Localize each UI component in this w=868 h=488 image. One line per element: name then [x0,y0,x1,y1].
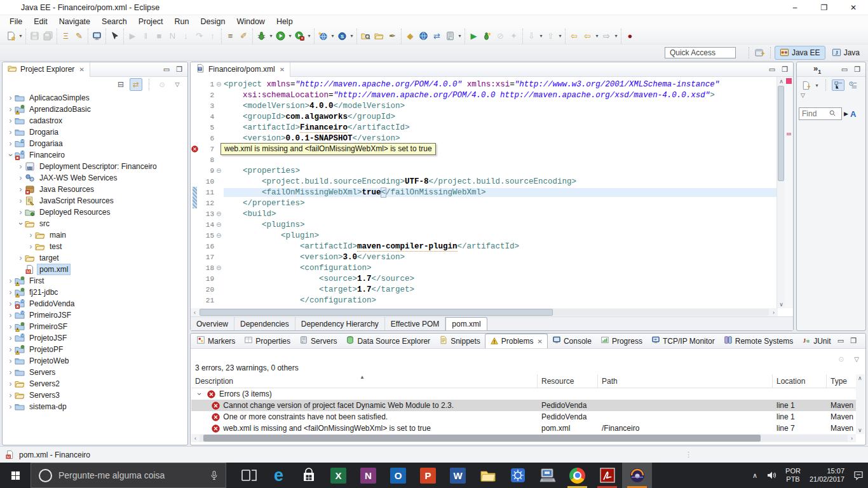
servers-dropdown-icon[interactable]: ▾ [457,33,463,39]
minimize-view-button[interactable]: ▭ [769,65,775,74]
menu-search[interactable]: Search [96,16,133,27]
tree-item-projetoweb[interactable]: ›ProjetoWeb [3,355,187,367]
letter-a-button[interactable]: A [850,109,856,119]
forward-icon[interactable]: ⇨ [600,29,613,43]
taskbar-eclipse[interactable] [622,463,652,488]
scroll-right-icon[interactable]: › [848,435,856,442]
tree-item-javascript-resources[interactable]: ›JavaScript Resources [3,195,187,207]
tree-item-jax-ws-web-services[interactable]: ›JAX-WS Web Services [3,172,187,184]
expander-icon[interactable]: › [6,116,15,125]
column-header-path[interactable]: Path [598,374,773,388]
editor-page-tab-dependency-hierarchy[interactable]: Dependency Hierarchy [295,317,385,330]
suspend-icon[interactable]: ✦ [507,29,520,43]
taskbar-onenote[interactable]: N [353,463,383,488]
expander-icon[interactable]: › [6,128,15,137]
view-tab-markers[interactable]: Markers [192,334,240,348]
web-service-dropdown-icon[interactable]: ▾ [349,33,355,39]
new-web-wizard-dropdown-icon[interactable]: ▾ [330,33,336,39]
microphone-icon[interactable] [209,470,219,480]
scrollbar-thumb[interactable] [778,86,784,181]
scroll-down-icon[interactable]: ∨ [858,427,862,433]
expander-icon[interactable]: › [6,151,15,159]
terminate-gray-icon[interactable]: ⊘ [494,29,507,43]
tree-item-financeiro[interactable]: ›MFinanceiro [3,149,187,161]
fold-minus-icon[interactable]: ⊖ [215,221,224,228]
step-over-icon[interactable]: ↷ [193,29,206,43]
view-tab-data-source-explorer[interactable]: Data Source Explorer [341,334,435,348]
save-icon[interactable] [28,29,41,43]
menu-file[interactable]: File [4,16,28,27]
collapse-all-button[interactable]: ⊟ [114,78,127,91]
oomph-recorder-icon[interactable]: ● [623,29,637,43]
expander-icon[interactable]: › [6,322,15,331]
expander-icon[interactable]: › [17,220,25,228]
editor-page-tab-dependencies[interactable]: Dependencies [234,317,295,330]
tree-item-primeirojsf[interactable]: ›MPrimeiroJSF [3,309,187,321]
view-tab-servers[interactable]: Servers [295,334,341,348]
filter-icon[interactable]: ⊙ [834,353,848,366]
minimize-view-button[interactable]: ▭ [163,65,170,74]
language-indicator[interactable]: PORPTB [781,463,805,488]
scrollbar-thumb[interactable] [203,435,761,442]
expander-icon[interactable]: › [27,231,35,240]
clock[interactable]: 15:0721/02/2017 [805,463,849,488]
view-tab-snippets[interactable]: Snippets [435,334,485,348]
tree-item-drogariaa[interactable]: ›MDrogariaa [3,138,187,149]
expander-icon[interactable]: › [6,379,15,388]
problem-row-3[interactable]: web.xml is missing and <failOnMissingWeb… [191,423,857,434]
perspective-java-ee[interactable]: Java EE [775,46,825,60]
expander-icon[interactable]: › [17,208,25,217]
tree-item-deployment-descriptor-financeiro[interactable]: ›3.0Deployment Descriptor: Financeiro [3,161,187,172]
taskbar-powerpoint[interactable]: P [413,463,443,488]
expander-icon[interactable]: › [6,345,15,354]
taskbar-task-view[interactable] [234,463,264,488]
tree-item-aprendizadobasic[interactable]: ›AprendizadoBasic [3,104,187,115]
menu-run[interactable]: Run [169,16,195,27]
pause-icon[interactable]: ‖ [139,29,153,43]
view-menu-button[interactable]: ▽ [797,91,865,98]
run-icon[interactable] [274,29,287,43]
scroll-left-icon[interactable]: ‹ [191,309,199,316]
expander-icon[interactable]: › [195,390,204,398]
taskbar-blue-app[interactable] [503,463,532,488]
view-tab-problems[interactable]: Problems✕ [485,334,548,348]
column-header-resource[interactable]: Resource [538,374,598,388]
expander-icon[interactable]: › [6,139,15,148]
menu-design[interactable]: Design [195,16,231,27]
scroll-up-icon[interactable]: ∧ [858,375,862,381]
fold-minus-icon[interactable]: ⊖ [215,232,224,239]
expand-arrow-icon[interactable]: ▶ [844,111,848,117]
view-stack-label[interactable]: »1 [797,64,821,75]
forward-dropdown-icon[interactable]: ▾ [613,33,619,39]
prev-annotation-icon[interactable]: ⇧ [544,29,557,43]
element-icon[interactable]: ◆ [403,29,417,43]
last-edit-location-icon[interactable]: ⇦ [567,29,581,43]
focus-task-icon[interactable]: ⊙ [156,78,168,91]
taskbar-outlook[interactable]: O [383,463,413,488]
expander-icon[interactable]: › [6,391,15,400]
minimize-button[interactable]: – [780,0,810,15]
run-secure-icon[interactable] [293,29,306,43]
fold-minus-icon[interactable]: ⊖ [215,81,224,88]
menu-navigate[interactable]: Navigate [53,16,96,27]
taskbar-edge[interactable]: e [264,463,294,488]
editor-page-tab-effective-pom[interactable]: Effective POM [385,317,445,330]
expander-icon[interactable]: › [27,242,35,251]
import-archive-icon[interactable]: Ξ [59,29,72,43]
code-editor[interactable]: 1⊖<project xmlns="http://maven.apache.or… [191,77,793,308]
web-service-icon[interactable]: S [336,29,349,43]
editor-horizontal-scrollbar[interactable]: ‹ › [191,308,778,316]
maximize-button[interactable]: ❐ [810,0,839,15]
cortana-search[interactable]: Pergunte-me alguma coisa [31,463,226,488]
overview-ruler[interactable] [785,77,793,308]
view-menu-button[interactable]: ▽ [854,356,859,363]
open-perspective-button[interactable] [753,46,766,59]
expander-icon[interactable]: › [17,185,25,194]
search-folder-icon[interactable] [359,29,372,43]
ws-explorer-icon[interactable]: ⇄ [430,29,444,43]
menu-edit[interactable]: Edit [28,16,53,27]
menu-project[interactable]: Project [133,16,169,27]
new-wizard-icon[interactable] [4,29,18,43]
run-dropdown-icon[interactable]: ▾ [287,33,293,39]
dropdown-icon[interactable]: ▾ [814,83,820,88]
